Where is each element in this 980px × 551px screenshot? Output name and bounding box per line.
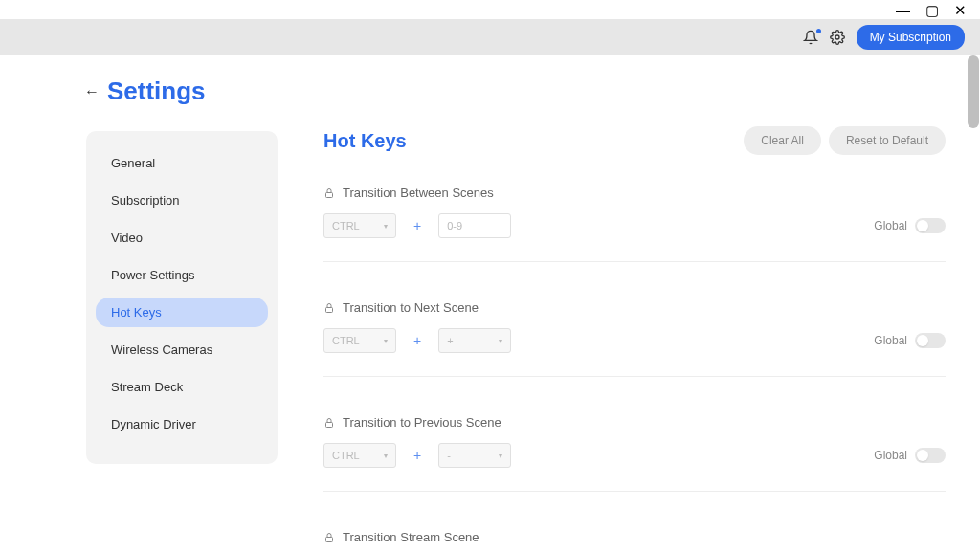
hotkey-label: Transition to Next Scene: [343, 300, 479, 315]
sidebar-item-hot-keys[interactable]: Hot Keys: [96, 298, 268, 327]
lock-icon: [323, 417, 335, 429]
sidebar-item-wireless-cameras[interactable]: Wireless Cameras: [96, 335, 268, 364]
hotkey-item: Transition Between ScenesCTRL▾+Global: [323, 186, 946, 262]
hotkey-label: Transition to Previous Scene: [343, 415, 501, 430]
hotkey-key-select[interactable]: -▾: [438, 443, 511, 468]
hotkey-label: Transition Between Scenes: [343, 186, 494, 200]
global-toggle[interactable]: [915, 333, 946, 348]
section-title: Hot Keys: [323, 130, 407, 152]
hotkey-modifier-select[interactable]: CTRL▾: [323, 443, 396, 468]
chevron-down-icon: ▾: [499, 337, 502, 345]
svg-point-0: [835, 35, 839, 39]
global-toggle[interactable]: [915, 448, 946, 463]
chevron-down-icon: ▾: [384, 222, 388, 231]
hotkey-item: Transition to Previous SceneCTRL▾+-▾Glob…: [323, 415, 946, 492]
chevron-down-icon: ▾: [384, 452, 388, 460]
hotkey-modifier-select[interactable]: CTRL▾: [323, 213, 396, 238]
gear-icon[interactable]: [830, 30, 845, 45]
svg-rect-2: [326, 307, 333, 312]
lock-icon: [323, 302, 335, 314]
global-label: Global: [874, 449, 907, 462]
hotkey-modifier-select[interactable]: CTRL▾: [323, 328, 396, 353]
global-toggle[interactable]: [915, 218, 946, 233]
divider: [323, 376, 946, 377]
hotkey-key-select[interactable]: +▾: [438, 328, 511, 353]
sidebar-item-stream-deck[interactable]: Stream Deck: [96, 372, 268, 402]
lock-icon: [323, 532, 335, 543]
plus-separator-icon: +: [413, 218, 421, 233]
hotkey-item: Transition Stream Scene: [323, 530, 946, 544]
plus-separator-icon: +: [413, 448, 421, 463]
hotkey-item: Transition to Next SceneCTRL▾++▾Global: [323, 300, 946, 377]
sidebar-item-power-settings[interactable]: Power Settings: [96, 260, 268, 290]
sidebar-item-subscription[interactable]: Subscription: [96, 186, 268, 215]
svg-rect-4: [326, 537, 333, 541]
chevron-down-icon: ▾: [499, 452, 502, 460]
divider: [323, 261, 946, 262]
lock-icon: [323, 187, 335, 199]
hotkey-key-input[interactable]: [438, 213, 511, 238]
close-button[interactable]: ✕: [954, 3, 967, 17]
global-label: Global: [874, 219, 907, 232]
back-arrow-icon[interactable]: ←: [84, 83, 100, 100]
svg-rect-3: [326, 422, 333, 427]
notifications-button[interactable]: [803, 30, 818, 45]
sidebar-item-general[interactable]: General: [96, 148, 268, 178]
vertical-scrollbar[interactable]: [968, 55, 979, 128]
global-label: Global: [874, 334, 907, 347]
notification-dot-icon: [816, 29, 821, 33]
my-subscription-button[interactable]: My Subscription: [857, 25, 965, 50]
minimize-button[interactable]: —: [896, 3, 910, 17]
plus-separator-icon: +: [413, 333, 421, 348]
page-title: Settings: [107, 77, 206, 106]
settings-sidebar: GeneralSubscriptionVideoPower SettingsHo…: [86, 131, 278, 464]
top-toolbar: My Subscription: [0, 19, 980, 55]
sidebar-item-video[interactable]: Video: [96, 223, 268, 253]
hotkey-label: Transition Stream Scene: [343, 530, 479, 544]
window-titlebar: — ▢ ✕: [0, 0, 980, 19]
main-content: Hot Keys Clear All Reset to Default Tran…: [287, 77, 980, 551]
chevron-down-icon: ▾: [384, 337, 388, 345]
sidebar-item-dynamic-driver[interactable]: Dynamic Driver: [96, 409, 268, 439]
divider: [323, 491, 946, 492]
clear-all-button[interactable]: Clear All: [744, 126, 821, 155]
reset-default-button[interactable]: Reset to Default: [829, 126, 946, 155]
maximize-button[interactable]: ▢: [925, 3, 939, 17]
svg-rect-1: [326, 192, 333, 197]
